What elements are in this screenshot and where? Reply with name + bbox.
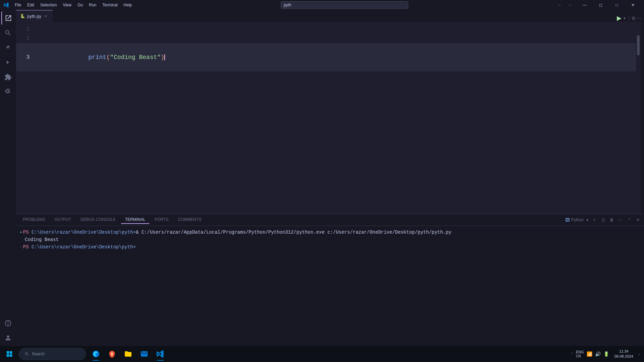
taskbar: Search B: [0, 346, 644, 362]
terminal-line-1: ● PS C:\Users\razar\OneDrive\Desktop\pyt…: [20, 229, 640, 236]
text-cursor: [164, 54, 165, 60]
taskbar-apps: B: [89, 347, 168, 361]
search-icon[interactable]: [1, 26, 15, 40]
new-terminal-button[interactable]: +: [591, 217, 598, 223]
run-dropdown[interactable]: ▼: [623, 16, 626, 20]
account-icon[interactable]: [1, 331, 15, 345]
network-icon[interactable]: 📶: [587, 351, 592, 357]
app-icon: [3, 2, 9, 8]
run-debug-icon[interactable]: [1, 56, 15, 69]
more-actions-button[interactable]: ⋯: [637, 15, 641, 21]
editor-container: 🐍 pyth.py ✕ ▶ ▼ ⧉ ⋯ 1: [16, 10, 644, 362]
clock-date: 08-08-2024: [614, 354, 633, 359]
maximize-panel-button[interactable]: ⌃: [626, 217, 633, 223]
terminal-path-2: C:\Users\razar\OneDrive\Desktop\pyth>: [32, 243, 136, 251]
split-terminal-button[interactable]: ◫: [600, 217, 606, 223]
code-close-paren: ): [161, 54, 164, 61]
terminal-cmd-1: & C:/Users/razar/AppData/Local/Programs/…: [136, 229, 451, 236]
volume-icon[interactable]: 🔊: [595, 351, 601, 357]
work-area: 🐍 pyth.py ✕ ▶ ▼ ⧉ ⋯ 1: [0, 10, 644, 362]
explorer-icon[interactable]: [1, 11, 15, 25]
start-button[interactable]: [3, 347, 16, 361]
clock-time: 11:34: [614, 349, 633, 354]
terminal-dropdown[interactable]: ▼: [586, 218, 589, 222]
menu-view[interactable]: View: [60, 2, 74, 8]
taskbar-brave-icon[interactable]: B: [105, 347, 119, 361]
menu-bar: File Edit Selection View Go Run Terminal…: [12, 2, 135, 8]
code-line-3: 3 print("Coding Beast"): [16, 43, 636, 71]
window-controls: — ◻ □ ✕: [577, 0, 641, 10]
nav-forward[interactable]: →: [566, 2, 574, 8]
code-line-1: 1: [16, 24, 636, 34]
menu-selection[interactable]: Selection: [38, 2, 59, 8]
keyboard-lang[interactable]: ENGUS: [576, 350, 584, 358]
menu-help[interactable]: Help: [121, 2, 135, 8]
panel-tab-comments[interactable]: COMMENTS: [174, 216, 206, 224]
testing-icon[interactable]: [1, 85, 15, 99]
terminal-ps-1: PS: [23, 229, 29, 236]
system-clock[interactable]: 11:34 08-08-2024: [612, 348, 636, 361]
menu-go[interactable]: Go: [75, 2, 86, 8]
line-number-2: 2: [16, 34, 36, 43]
title-search-input[interactable]: [281, 1, 408, 9]
code-string-value: "Coding Beast": [110, 54, 161, 61]
sys-tray-icons: ⌃ ENGUS 📶 🔊 🔋: [571, 350, 609, 358]
panel-tab-problems[interactable]: PROBLEMS: [19, 216, 49, 224]
menu-edit[interactable]: Edit: [24, 2, 37, 8]
scroll-handle: [637, 35, 640, 55]
menu-file[interactable]: File: [12, 2, 24, 8]
panel-tab-output[interactable]: OUTPUT: [51, 216, 75, 224]
panel-tab-terminal[interactable]: TERMINAL: [121, 216, 150, 224]
tab-close-button[interactable]: ✕: [43, 13, 49, 19]
notification-area[interactable]: ▮: [639, 347, 641, 361]
tab-filename: pyth.py: [27, 14, 41, 19]
line-number-3: 3: [16, 53, 36, 62]
code-open-paren: (: [106, 54, 110, 61]
battery-icon[interactable]: 🔋: [603, 351, 609, 357]
taskbar-search[interactable]: Search: [19, 348, 86, 360]
svg-text:B: B: [111, 352, 113, 356]
panel-tab-ports[interactable]: PORTS: [151, 216, 172, 224]
svg-rect-3: [10, 354, 12, 357]
panel-tabs: PROBLEMS OUTPUT DEBUG CONSOLE TERMINAL P…: [16, 214, 644, 226]
line-number-1: 1: [16, 24, 36, 34]
terminal-label-text: Python: [571, 218, 584, 222]
svg-rect-2: [7, 354, 9, 357]
taskbar-mail-icon[interactable]: [137, 347, 152, 361]
close-button[interactable]: ✕: [625, 0, 641, 10]
more-panel-button[interactable]: ⋯: [617, 217, 624, 223]
minimize-button[interactable]: —: [577, 0, 592, 10]
restore-button[interactable]: ◻: [593, 0, 608, 10]
editor-tab-pyth[interactable]: 🐍 pyth.py ✕: [16, 10, 53, 22]
maximize-button[interactable]: □: [609, 0, 625, 10]
menu-terminal[interactable]: Terminal: [100, 2, 120, 8]
terminal-path-1: C:\Users\razar\OneDrive\Desktop\pyth>: [32, 229, 136, 236]
run-button[interactable]: ▶: [617, 14, 622, 22]
terminal-active-dot: ●: [20, 229, 22, 236]
terminal-content[interactable]: ● PS C:\Users\razar\OneDrive\Desktop\pyt…: [16, 226, 644, 355]
nav-back[interactable]: ←: [555, 2, 564, 8]
close-panel-button[interactable]: ✕: [635, 217, 641, 223]
split-editor-button[interactable]: ⧉: [632, 15, 635, 21]
extensions-bottom-icon[interactable]: [1, 316, 15, 330]
panel-tab-debug-console[interactable]: DEBUG CONSOLE: [76, 216, 120, 224]
source-control-icon[interactable]: [1, 41, 15, 54]
title-bar: File Edit Selection View Go Run Terminal…: [0, 0, 644, 10]
tray-expand[interactable]: ⌃: [571, 352, 573, 356]
tab-bar: 🐍 pyth.py ✕ ▶ ▼ ⧉ ⋯: [16, 10, 644, 22]
panel-controls: Python ▼ + ◫ 🗑 ⋯ ⌃ ✕: [565, 217, 641, 223]
minimap: [641, 22, 644, 214]
terminal-ps-2: PS: [23, 243, 29, 251]
editor-scrollbar[interactable]: [636, 22, 641, 214]
code-editor[interactable]: 1 2 3 print("Coding Beast"): [16, 22, 636, 214]
line-content-3[interactable]: print("Coding Beast"): [36, 43, 636, 71]
trash-terminal-button[interactable]: 🗑: [608, 217, 615, 223]
terminal-output-1: Coding Beast: [25, 236, 59, 243]
terminal-inactive-dot: ○: [20, 243, 22, 251]
menu-run[interactable]: Run: [86, 2, 99, 8]
taskbar-explorer-icon[interactable]: [121, 347, 136, 361]
extensions-icon[interactable]: [1, 70, 15, 84]
code-line-2: 2: [16, 34, 636, 43]
taskbar-vscode-icon[interactable]: [153, 347, 168, 361]
taskbar-edge-icon[interactable]: [89, 347, 103, 361]
